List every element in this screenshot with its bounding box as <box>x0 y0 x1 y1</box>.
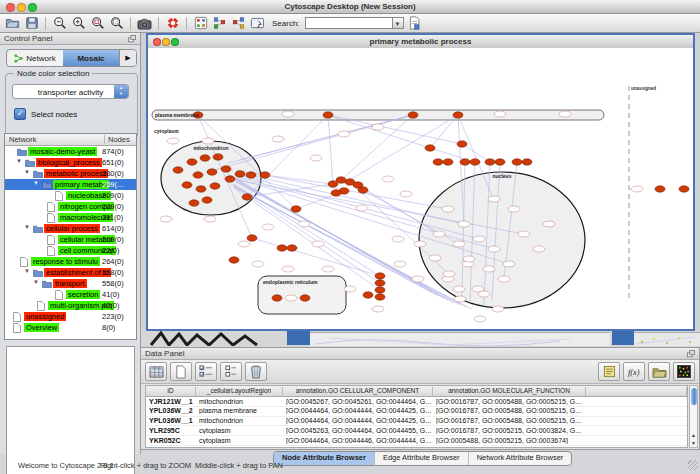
graph-node-selected[interactable] <box>336 177 346 183</box>
table-row-YDR039C__1[interactable]: YDR039C__1mitochondrion[GO:0044464, GO:0… <box>146 446 687 448</box>
graph-node-selected[interactable] <box>200 155 210 161</box>
tree-row-cell-communicat[interactable]: cell communicat22(0) <box>5 245 136 256</box>
graph-node-selected[interactable] <box>375 280 385 286</box>
table-row-YPL036W__2[interactable]: YPL036W__2plasma membrane[GO:0044464, GO… <box>146 407 687 417</box>
tree-row-establishment-of-lo[interactable]: ▼establishment of lo558(0) <box>5 267 136 278</box>
graph-node-selected[interactable] <box>485 159 495 165</box>
graph-node-unselected[interactable] <box>372 124 384 130</box>
graph-node-selected[interactable] <box>425 145 435 151</box>
tree-row-unassigned[interactable]: unassigned223(0) <box>5 311 136 322</box>
graph-node-selected[interactable] <box>363 292 373 298</box>
graph-node-unselected[interactable] <box>238 241 250 247</box>
network-filter-icon[interactable] <box>230 15 247 31</box>
tab-network[interactable]: Network <box>7 50 63 66</box>
tree-row-transport[interactable]: ▼transport558(0) <box>5 278 136 289</box>
graph-node-unselected[interactable] <box>394 261 406 267</box>
graph-node-selected[interactable] <box>242 194 252 200</box>
graph-node-selected[interactable] <box>470 159 480 165</box>
graph-node-unselected[interactable] <box>498 276 510 282</box>
graph-node-selected[interactable] <box>408 112 418 118</box>
tree-row-macromolecule[interactable]: macromolecule311(0) <box>5 212 136 223</box>
graph-node-unselected[interactable] <box>473 236 485 242</box>
graph-node-unselected[interactable] <box>204 216 216 222</box>
graph-node-unselected[interactable] <box>312 241 324 247</box>
column-header-annotation.GO CELLULAR_COMPONENT[interactable]: annotation.GO CELLULAR_COMPONENT <box>283 387 433 396</box>
network-window-titlebar[interactable]: primary metabolic process <box>148 35 693 49</box>
select-nodes-checkbox[interactable]: ✓ <box>14 108 26 120</box>
tree-row-biological-process[interactable]: ▼biological_process651(0) <box>5 157 136 168</box>
graph-node-unselected[interactable] <box>488 246 500 252</box>
graph-node-unselected[interactable] <box>494 111 506 117</box>
tree-row-overview[interactable]: Overview8(0) <box>5 322 136 333</box>
float-data-panel-icon[interactable] <box>687 350 695 358</box>
graph-node-selected[interactable] <box>193 172 203 178</box>
graph-node-unselected[interactable] <box>202 138 214 144</box>
table-row-YPL036W__1[interactable]: YPL036W__1mitochondrion[GO:0044464, GO:0… <box>146 417 687 427</box>
search-input[interactable] <box>305 17 393 29</box>
graph-node-unselected[interactable] <box>433 231 445 237</box>
graph-node-unselected[interactable] <box>442 206 454 212</box>
table-scrollbar[interactable]: ▲ ▼ <box>689 385 698 448</box>
graph-node-selected[interactable] <box>182 182 192 188</box>
graph-node-selected[interactable] <box>260 172 270 178</box>
graph-node-unselected[interactable] <box>631 186 643 192</box>
graph-node-unselected[interactable] <box>474 316 486 322</box>
snapshot-icon[interactable] <box>136 15 153 31</box>
tree-row-metabolic-process[interactable]: ▼metabolic process280(0) <box>5 168 136 179</box>
graph-node-unselected[interactable] <box>454 296 466 302</box>
layout-tool-icon[interactable] <box>249 15 266 31</box>
network-canvas[interactable]: plasma membranecytoplasmmitochondrionnuc… <box>148 48 693 329</box>
attribute-notes-icon[interactable] <box>598 362 620 381</box>
net-minimize-button[interactable] <box>162 38 170 46</box>
save-icon[interactable] <box>23 15 40 31</box>
graph-node-unselected[interactable] <box>503 261 515 267</box>
graph-node-selected[interactable] <box>443 159 453 165</box>
graph-node-selected[interactable] <box>300 295 310 301</box>
color-attribute-dropdown[interactable]: transporter activity ▲▼ <box>12 84 129 99</box>
table-row-YLR295C[interactable]: YLR295Ccytoplasm[GO:0045263, GO:0044464,… <box>146 426 687 436</box>
tree-row-primary-metabo[interactable]: ▼primary metabo209(... <box>5 179 136 190</box>
column-header-_cellularLayoutRegion[interactable]: _cellularLayoutRegion <box>196 387 283 396</box>
graph-node-unselected[interactable] <box>310 155 322 161</box>
network-window[interactable]: primary metabolic process plasma membran… <box>146 33 695 331</box>
column-header-ID[interactable]: ID <box>146 387 196 396</box>
zoom-out-icon[interactable] <box>51 15 68 31</box>
graph-node-selected[interactable] <box>453 112 463 118</box>
graph-node-unselected[interactable] <box>262 224 274 230</box>
graph-node-selected[interactable] <box>246 172 256 178</box>
network-graph[interactable]: plasma membranecytoplasmmitochondrionnuc… <box>148 48 693 329</box>
graph-node-selected[interactable] <box>433 159 443 165</box>
graph-node-selected[interactable] <box>196 186 206 192</box>
graph-node-unselected[interactable] <box>543 221 555 227</box>
attribute-matrix-icon[interactable] <box>673 362 695 381</box>
graph-node-selected[interactable] <box>202 197 212 203</box>
expand-triangle-icon[interactable]: ▼ <box>24 268 30 274</box>
help-icon[interactable] <box>164 15 181 31</box>
graph-node-unselected[interactable] <box>458 221 470 227</box>
graph-node-unselected[interactable] <box>453 286 465 292</box>
expand-triangle-icon[interactable]: ▼ <box>16 158 22 164</box>
graph-node-unselected[interactable] <box>298 221 310 227</box>
graph-node-selected[interactable] <box>457 141 467 147</box>
graph-node-selected[interactable] <box>375 287 385 293</box>
scrollbar-thumb[interactable] <box>691 388 697 405</box>
graph-node-selected[interactable] <box>213 154 223 160</box>
scroll-down-icon[interactable]: ▼ <box>690 439 697 447</box>
graph-node-unselected[interactable] <box>533 246 545 252</box>
graph-node-selected[interactable] <box>247 235 257 241</box>
unselect-attributes-icon[interactable] <box>220 362 242 381</box>
graph-node-selected[interactable] <box>235 171 245 177</box>
column-header-extra[interactable] <box>586 387 687 396</box>
graph-node-selected[interactable] <box>207 169 217 175</box>
search-dropdown-icon[interactable]: ▼ <box>393 17 404 29</box>
resize-grip[interactable] <box>688 460 698 470</box>
graph-node-selected[interactable] <box>277 245 287 251</box>
app-titlebar[interactable]: Cytoscape Desktop (New Session) <box>0 0 700 14</box>
graph-node-selected[interactable] <box>331 190 341 196</box>
graph-node-unselected[interactable] <box>559 111 571 117</box>
zoom-in-icon[interactable] <box>70 15 87 31</box>
table-row-YKR052C[interactable]: YKR052Ccytoplasm[GO:0044464, GO:0044446,… <box>146 436 687 446</box>
import-attributes-icon[interactable] <box>648 362 670 381</box>
more-tabs-button[interactable]: ▶ <box>119 50 136 66</box>
graph-node-unselected[interactable] <box>492 306 504 312</box>
